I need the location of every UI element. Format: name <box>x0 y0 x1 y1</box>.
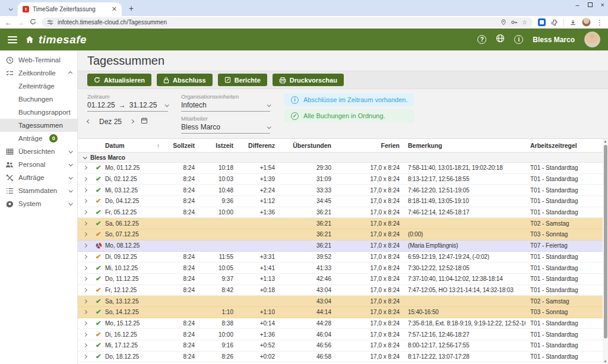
password-key-icon[interactable] <box>511 19 518 26</box>
row-expand-icon[interactable] <box>78 244 92 247</box>
table-row[interactable]: ✔Sa, 06.12.2536:2117,0 x 8:24T02 - Samst… <box>78 218 608 229</box>
row-expand-icon[interactable] <box>78 333 92 336</box>
row-expand-icon[interactable] <box>78 233 92 236</box>
row-expand-icon[interactable] <box>78 222 92 225</box>
table-row[interactable]: ✔Mi, 03.12.258:2410:48+2:2433:3317,0 x 8… <box>78 185 608 196</box>
site-settings-icon[interactable] <box>47 19 53 26</box>
row-expand-icon[interactable] <box>78 211 92 214</box>
table-row[interactable]: ✔Di, 09.12.258:2411:55+3:3139:5217,0 x 8… <box>78 252 608 263</box>
table-row[interactable]: ✔Mo, 15.12.258:248:38+0:1444:2817,0 x 8:… <box>78 318 608 330</box>
scrollbar-thumb[interactable] <box>604 145 607 338</box>
extension-badge-icon[interactable] <box>538 18 546 26</box>
tab-close-icon[interactable]: ✕ <box>112 5 117 13</box>
sidebar-item-zeiteintr-ge[interactable]: Zeiteinträge <box>0 80 77 93</box>
user-avatar[interactable] <box>584 31 600 48</box>
browser-profile-avatar[interactable] <box>582 18 591 27</box>
table-scrollbar[interactable]: ▲ ▼ <box>603 139 608 364</box>
new-tab-button[interactable]: + <box>125 2 137 14</box>
reload-icon[interactable] <box>30 18 36 26</box>
browser-menu-icon[interactable]: ⋮ <box>596 19 603 26</box>
table-row[interactable]: ✔Mi, 10.12.258:2410:05+1:4141:3317,0 x 8… <box>78 262 608 274</box>
row-expand-icon[interactable] <box>78 277 92 280</box>
group-collapse-icon[interactable] <box>83 155 87 159</box>
url-bar[interactable]: infotech.timesafe-cloud.ch/Tagessummen ☆ <box>42 17 533 27</box>
prev-month-icon[interactable] <box>87 119 91 124</box>
calendar-icon[interactable] <box>141 117 148 126</box>
row-expand-icon[interactable] <box>78 255 92 258</box>
table-header-col-ferien[interactable]: Ferien <box>331 142 400 149</box>
row-expand-icon[interactable] <box>78 189 92 192</box>
sidebar-item-personal[interactable]: Personal <box>0 158 77 171</box>
aktualisieren-button[interactable]: Aktualisieren <box>87 74 151 86</box>
sidebar-item-auftr-ge[interactable]: Aufträge <box>0 171 77 184</box>
next-month-icon[interactable] <box>130 119 134 124</box>
table-row[interactable]: ✔Di, 16.12.258:2410:00+1:3646:0417,0 x 8… <box>78 329 608 340</box>
bookmark-star-icon[interactable]: ☆ <box>522 19 527 26</box>
sidebar-item-buchungen[interactable]: Buchungen <box>0 93 77 106</box>
sidebar-item-web-terminal[interactable]: Web-Terminal <box>0 53 77 67</box>
tab-search-button[interactable] <box>5 4 15 14</box>
forward-icon[interactable]: → <box>17 19 24 26</box>
row-expand-icon[interactable] <box>78 200 92 202</box>
sidebar-item-system[interactable]: System <box>0 197 77 210</box>
org-unit-chevron-icon[interactable] <box>267 103 271 107</box>
location-icon[interactable] <box>501 19 506 26</box>
table-row[interactable]: ✔So, 07.12.2536:2117,0 x 8:24(0:00)T03 -… <box>78 229 608 240</box>
menu-hamburger-icon[interactable] <box>8 36 17 43</box>
table-header-col-istzeit[interactable]: Istzeit <box>195 142 233 149</box>
brand-logo[interactable]: timesafe <box>39 33 87 46</box>
window-maximize-button[interactable] <box>588 2 593 7</box>
language-globe-icon[interactable] <box>496 34 505 45</box>
info-icon[interactable]: i <box>514 35 523 44</box>
row-expand-icon[interactable] <box>78 344 92 347</box>
employee-select[interactable]: Mitarbeiter Bless Marco <box>181 115 270 134</box>
berichte-button[interactable]: Berichte <box>218 74 267 86</box>
scrollbar-down-icon[interactable]: ▼ <box>603 360 608 363</box>
window-close-button[interactable]: × <box>601 1 604 8</box>
back-icon[interactable]: ← <box>5 19 12 26</box>
date-range-chevron-icon[interactable] <box>165 103 169 107</box>
browser-tab[interactable]: t TimeSafe Zeiterfassung ✕ <box>18 2 122 16</box>
table-header-col-ueberstunden[interactable]: Überstunden <box>275 142 331 149</box>
row-expand-icon[interactable] <box>78 166 92 169</box>
sidebar-item-stammdaten[interactable]: Stammdaten <box>0 184 77 197</box>
druckvorschau-button[interactable]: Druckvorschau <box>273 74 344 86</box>
sidebar-item--bersichten[interactable]: Übersichten <box>0 145 77 158</box>
table-row[interactable]: ✔Do, 04.12.258:249:36+1:1234:4517,0 x 8:… <box>78 196 608 207</box>
row-expand-icon[interactable] <box>78 322 92 325</box>
table-row[interactable]: ✔Mo, 01.12.258:2410:18+1:5429:3017,0 x 8… <box>78 163 608 174</box>
table-header-col-datum[interactable]: Datum↑ <box>105 142 161 149</box>
abschluss-button[interactable]: Abschluss <box>157 74 213 86</box>
date-to-value[interactable]: 31.12.25 <box>129 101 157 109</box>
downloads-icon[interactable] <box>569 19 577 26</box>
date-from-value[interactable]: 01.12.25 <box>87 101 115 109</box>
group-row-employee[interactable]: Bless Marco <box>78 153 608 163</box>
row-expand-icon[interactable] <box>78 289 92 292</box>
table-row[interactable]: Mo, 08.12.2536:2117,0 x 8:24(Maria Empfä… <box>78 240 608 252</box>
table-header-col-sollzeit[interactable]: Sollzeit <box>161 142 195 149</box>
table-header-col-differenz[interactable]: Differenz <box>233 142 275 149</box>
home-icon[interactable] <box>26 36 34 43</box>
table-row[interactable]: ✔Do, 18.12.258:248:26+0:0246:5817,0 x 8:… <box>78 352 608 363</box>
table-row[interactable]: ✔Di, 02.12.258:2410:03+1:3931:0917,0 x 8… <box>78 174 608 185</box>
sidebar-item-buchungsrapport[interactable]: Buchungsrapport <box>0 106 77 119</box>
row-expand-icon[interactable] <box>78 300 92 303</box>
table-row[interactable]: ✔Sa, 13.12.2543:0417,0 x 8:24T02 - Samst… <box>78 296 608 307</box>
extensions-puzzle-icon[interactable] <box>551 19 558 26</box>
table-row[interactable]: ✔Fr, 05.12.258:2410:00+1:3636:2117,0 x 8… <box>78 207 608 219</box>
window-minimize-button[interactable]: – <box>575 1 579 8</box>
row-expand-icon[interactable] <box>78 267 92 270</box>
table-header-col-bemerkung[interactable]: Bemerkung <box>400 142 525 149</box>
row-expand-icon[interactable] <box>78 355 92 358</box>
row-expand-icon[interactable] <box>78 178 92 181</box>
sidebar-item-tagessummen[interactable]: Tagessummen <box>0 119 77 132</box>
employee-chevron-icon[interactable] <box>267 125 271 129</box>
table-row[interactable]: ✔Mi, 17.12.258:249:16+0:5246:5617,0 x 8:… <box>78 340 608 352</box>
table-row[interactable]: ✔Fr, 12.12.258:248:42+0:1843:0417,0 x 8:… <box>78 285 608 296</box>
table-row[interactable]: ✔So, 14.12.251:10+1:1044:1417,0 x 8:2415… <box>78 307 608 318</box>
sidebar-item-zeitkontrolle[interactable]: Zeitkontrolle <box>0 67 77 80</box>
help-icon[interactable]: ? <box>477 35 486 44</box>
sidebar-item-antr-ge[interactable]: Anträge0 <box>0 132 77 145</box>
date-range-field[interactable]: Zeitraum 01.12.25 → 31.12.25 <box>87 93 168 112</box>
row-expand-icon[interactable] <box>78 311 92 314</box>
